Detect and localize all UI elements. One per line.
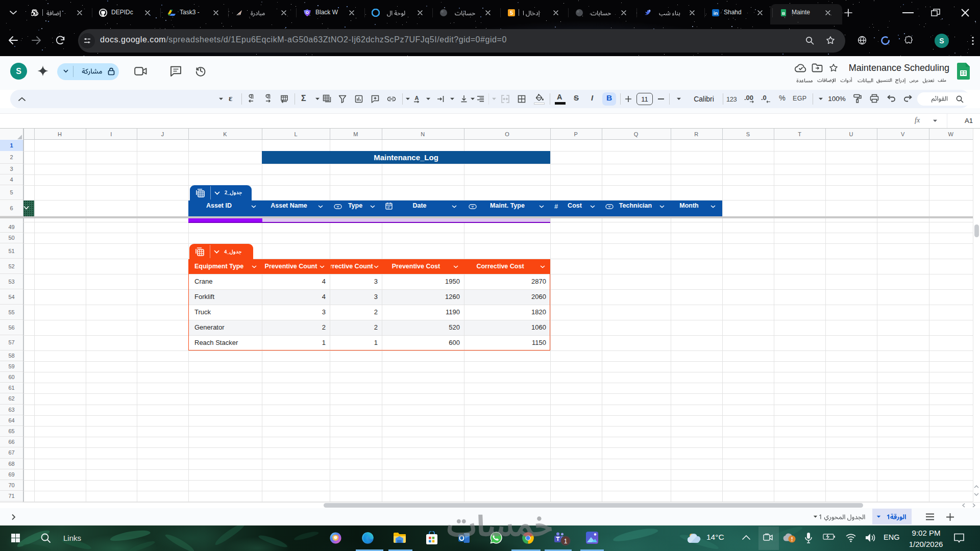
- svg-text:A: A: [415, 95, 419, 101]
- svg-text:in: in: [714, 10, 718, 16]
- svg-text:5: 5: [510, 10, 513, 16]
